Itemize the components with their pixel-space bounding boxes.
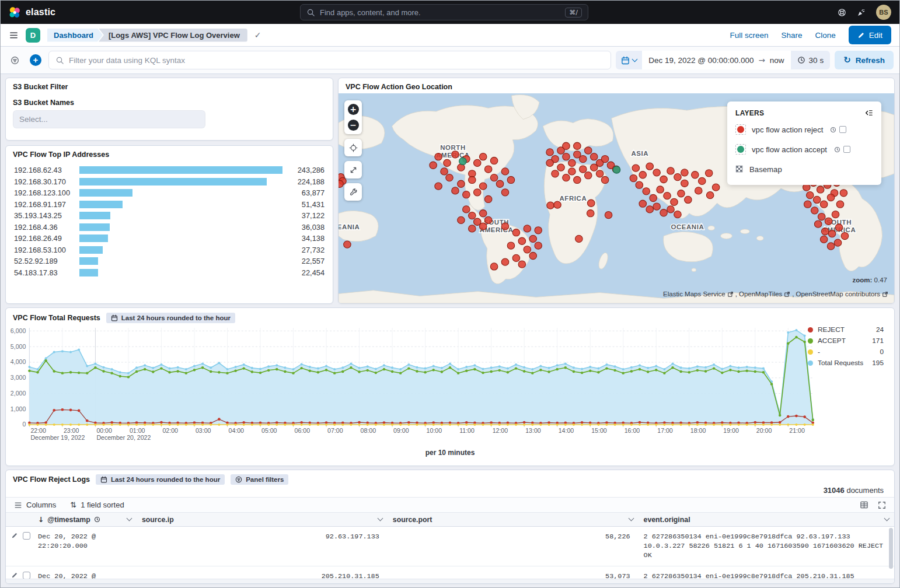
table-horizontal-scrollbar[interactable] — [6, 579, 894, 583]
layer-checkbox[interactable] — [839, 126, 846, 133]
expand-document-icon[interactable] — [11, 532, 18, 539]
column-header-timestamp[interactable]: ↓@timestamp — [33, 513, 137, 526]
newsfeed-icon[interactable] — [857, 8, 866, 17]
layer-item-vpc-flow-action-reject[interactable]: vpc flow action reject — [735, 120, 873, 139]
legend-value: 171 — [872, 337, 884, 345]
svg-text:16:00: 16:00 — [625, 427, 640, 434]
global-search-input[interactable]: Find apps, content, and more. ⌘/ — [300, 4, 588, 20]
world-map[interactable]: NORTHAMERICASOUTHAMERICAAFRICAASIAOCEANI… — [339, 93, 894, 303]
ip-bar-track — [79, 166, 282, 174]
total-requests-chart[interactable]: 01,0002,0003,0004,0005,0006,00022:0023:0… — [6, 324, 894, 448]
ip-bar[interactable] — [79, 235, 108, 242]
saved-query-icon[interactable] — [6, 52, 23, 68]
legend-item-ACCEPT[interactable]: ACCEPT171 — [808, 337, 884, 345]
chevron-down-icon[interactable] — [127, 516, 132, 522]
chevron-down-icon[interactable] — [884, 516, 890, 522]
map-expand-button[interactable] — [344, 161, 362, 178]
legend-dot — [808, 327, 813, 332]
add-filter-button[interactable]: + — [27, 52, 44, 68]
collapse-layers-icon[interactable] — [864, 108, 873, 117]
layer-checkbox[interactable] — [843, 146, 850, 153]
ip-address-label: 192.168.4.36 — [14, 223, 74, 232]
document-count: 31046 documents — [6, 485, 894, 497]
ip-bar[interactable] — [79, 246, 103, 254]
ip-bar[interactable] — [79, 201, 123, 208]
svg-text:OCEANIA: OCEANIA — [671, 223, 704, 230]
zoom-in-button[interactable]: + — [348, 104, 359, 115]
date-end[interactable]: now — [770, 56, 784, 65]
column-header-source_ip[interactable]: source.ip — [137, 513, 388, 526]
attribution-link[interactable]: OpenStreetMap contributors — [796, 290, 888, 298]
edit-button[interactable]: Edit — [849, 26, 891, 44]
table-vertical-scrollbar[interactable] — [889, 528, 893, 569]
map-tools-button[interactable] — [344, 183, 362, 201]
s3-bucket-select[interactable]: Select... — [13, 110, 205, 128]
space-badge[interactable]: D — [26, 28, 40, 43]
layers-panel: LAYERS vpc flow action rejectvpc flow ac… — [727, 102, 881, 185]
elastic-logo[interactable]: elastic — [9, 6, 55, 19]
expand-document-icon[interactable] — [11, 572, 18, 579]
search-shortcut-hint: ⌘/ — [565, 8, 582, 18]
cell-timestamp: Dec 20, 2022 @ 22:20:20.000 — [33, 527, 137, 566]
full-screen-button[interactable]: Full screen — [730, 31, 768, 40]
clone-button[interactable]: Clone — [815, 31, 835, 40]
time-badge[interactable]: Last 24 hours rounded to the hour — [106, 313, 235, 323]
refresh-icon: ↻ — [843, 55, 851, 65]
svg-text:6,000: 6,000 — [11, 327, 26, 334]
fullscreen-grid-icon[interactable] — [878, 501, 886, 509]
ip-bar[interactable] — [79, 257, 98, 265]
legend-item--[interactable]: -0 — [808, 348, 884, 356]
header-controls-cell — [6, 513, 33, 526]
svg-text:NORTH: NORTH — [440, 144, 466, 151]
date-start[interactable]: Dec 19, 2022 @ 00:00:00.000 — [648, 56, 754, 65]
column-header-event_original[interactable]: event.original — [639, 513, 894, 526]
ip-count-value: 224,188 — [288, 177, 325, 186]
row-checkbox[interactable] — [23, 532, 30, 540]
svg-text:0: 0 — [22, 421, 26, 428]
share-button[interactable]: Share — [781, 31, 802, 40]
chevron-down-icon[interactable] — [628, 516, 634, 522]
calendar-icon — [621, 56, 630, 65]
search-icon — [306, 8, 315, 17]
svg-text:OCEANIA: OCEANIA — [339, 223, 360, 230]
svg-text:09:00: 09:00 — [393, 427, 409, 434]
cell-source-port: 58,226 — [388, 527, 639, 566]
refresh-interval-button[interactable]: 30 s — [791, 56, 831, 65]
attribution-link[interactable]: Elastic Maps Service — [663, 290, 734, 298]
fit-to-data-button[interactable] — [344, 139, 362, 156]
ip-bar[interactable] — [79, 269, 98, 276]
sort-fields-button[interactable]: ⇅ 1 field sorted — [70, 501, 124, 509]
layer-item-Basemap[interactable]: Basemap — [735, 159, 873, 179]
svg-text:23:00: 23:00 — [64, 427, 79, 434]
ip-bar[interactable] — [79, 189, 132, 197]
column-header-source_port[interactable]: source.port — [388, 513, 639, 526]
time-badge[interactable]: Last 24 hours rounded to the hour — [96, 474, 225, 485]
attribution-link[interactable]: OpenMapTiles — [739, 290, 790, 298]
layer-item-vpc-flow-action-accept[interactable]: vpc flow action accept — [735, 139, 873, 159]
brand-name: elastic — [26, 7, 55, 18]
columns-button[interactable]: Columns — [14, 501, 56, 509]
refresh-button[interactable]: ↻ Refresh — [835, 51, 894, 69]
breadcrumb-dashboard[interactable]: Dashboard — [47, 29, 103, 42]
help-icon[interactable] — [838, 8, 846, 17]
user-avatar[interactable]: BS — [876, 5, 891, 20]
ip-bar[interactable] — [79, 212, 110, 219]
timestamp-clock-icon — [94, 516, 100, 523]
ip-bar[interactable] — [79, 223, 110, 231]
date-range[interactable]: Dec 19, 2022 @ 00:00:00.000 → now — [642, 51, 790, 69]
kql-query-input[interactable]: Filter your data using KQL syntax — [48, 51, 611, 69]
legend-item-REJECT[interactable]: REJECT24 — [808, 326, 884, 334]
ip-bar[interactable] — [79, 178, 267, 186]
panel-filters-badge[interactable]: Panel filters — [231, 474, 288, 485]
chevron-down-icon[interactable] — [377, 516, 383, 522]
calendar-dropdown-button[interactable] — [616, 56, 642, 65]
zoom-out-button[interactable]: − — [348, 120, 359, 131]
app-window: elastic Find apps, content, and more. ⌘/… — [0, 0, 900, 588]
ip-bar-track — [79, 246, 282, 254]
ip-bar-track — [79, 269, 282, 276]
legend-item-Total-Requests[interactable]: Total Requests195 — [808, 359, 884, 367]
ip-bar[interactable] — [79, 166, 282, 174]
ip-bar-track — [79, 257, 282, 265]
menu-icon[interactable] — [9, 31, 19, 40]
display-options-icon[interactable] — [860, 501, 868, 509]
